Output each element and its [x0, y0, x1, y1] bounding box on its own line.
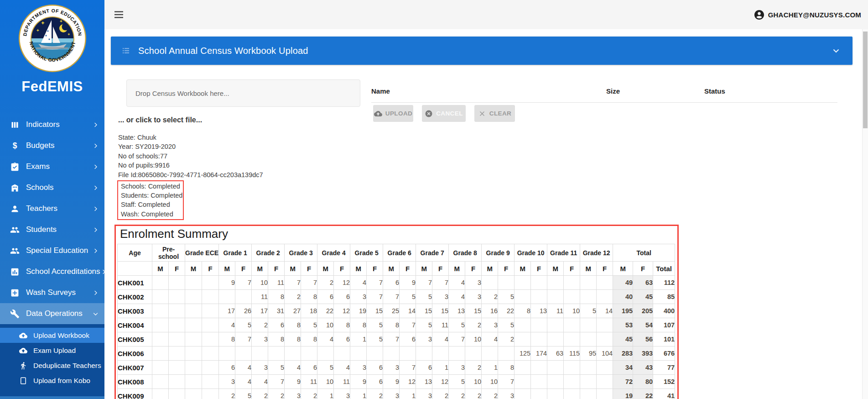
cell: 3: [334, 389, 350, 399]
brand-title: FedEMIS: [0, 79, 104, 95]
cell: [152, 346, 169, 361]
clear-button[interactable]: CLEAR: [474, 105, 515, 122]
cell-total-m: 45: [613, 332, 633, 346]
cell: [152, 389, 169, 399]
sidebar-item-special-education[interactable]: Special Education: [0, 240, 104, 261]
cell: 6: [268, 318, 285, 332]
upload-button[interactable]: UPLOAD: [373, 105, 413, 122]
cancel-button[interactable]: CANCEL: [422, 105, 466, 122]
panel-header[interactable]: School Annual Census Workbook Upload: [111, 37, 852, 65]
cell: 22: [498, 304, 515, 318]
cell: 174: [531, 346, 547, 361]
vertical-scrollbar[interactable]: [862, 29, 868, 399]
cell: 6: [317, 290, 334, 304]
cell: [152, 361, 169, 375]
cell: 4: [449, 290, 465, 304]
sidebar-item-wash-surveys[interactable]: Wash Surveys: [0, 282, 104, 303]
sidebar-item-teachers[interactable]: Teachers: [0, 198, 104, 219]
cell: [169, 290, 185, 304]
cell: [152, 375, 169, 389]
cell: 26: [235, 304, 252, 318]
sidebar-item-exams[interactable]: Exams: [0, 156, 104, 177]
subheader-m: M: [547, 262, 564, 276]
cell: 7: [383, 332, 400, 346]
sidebar-subitem-upload-from-kobo[interactable]: Upload from Kobo: [0, 373, 104, 388]
cell: 7: [367, 290, 383, 304]
cell: 3: [350, 361, 367, 375]
table-row: CHK00197101177212476977434963112: [118, 276, 675, 290]
cell: 63: [547, 346, 564, 361]
subheader-f: F: [169, 262, 185, 276]
sidebar-item-schools[interactable]: Schools: [0, 177, 104, 198]
cell: [185, 375, 202, 389]
subheader-f: F: [301, 262, 317, 276]
cell: [482, 346, 498, 361]
cell: [202, 332, 219, 346]
cell: [564, 332, 580, 346]
cell: 7: [301, 276, 317, 290]
cloud-upload-icon: [19, 331, 27, 340]
dropzone[interactable]: Drop Census Workbook here...: [126, 79, 360, 107]
row-label: CHK003: [118, 304, 152, 318]
cell: 7: [285, 276, 301, 290]
wash-icon: [10, 288, 20, 298]
cell: 2: [268, 389, 285, 399]
user-menu[interactable]: GHACHEY@NUZUSYS.COM: [754, 10, 861, 20]
sidebar-item-budgets[interactable]: $Budgets: [0, 135, 104, 156]
row-label: CHK009: [118, 389, 152, 399]
enrolment-summary-section: Enrolment Summary AgePre-schoolGrade ECE…: [114, 225, 679, 399]
cell: 7: [268, 375, 285, 389]
menu-hamburger-icon[interactable]: [114, 11, 124, 18]
cell-total-m: 19: [613, 389, 633, 399]
cell: 7: [432, 276, 449, 290]
row-label: CHK008: [118, 375, 152, 389]
sidebar-item-school-accreditations[interactable]: School Accreditations: [0, 261, 104, 282]
cell: 10: [317, 375, 334, 389]
cell: 13: [416, 375, 432, 389]
cell: 15: [416, 304, 432, 318]
cell-total: 41: [653, 389, 675, 399]
cell: 5: [367, 318, 383, 332]
cell: 5: [235, 389, 252, 399]
enrolment-title: Enrolment Summary: [120, 227, 228, 241]
teachers-icon: [10, 204, 20, 214]
main-content: School Annual Census Workbook Upload Dro…: [104, 29, 863, 399]
info-file-id: File Id:8065080c-7992-4771-8064-cc203a13…: [118, 170, 263, 179]
sidebar-item-indicators[interactable]: Indicators: [0, 114, 104, 135]
cell: 6: [367, 361, 383, 375]
file-list-divider: [371, 102, 837, 103]
cell: [252, 346, 268, 361]
cell-total-m: 34: [613, 361, 633, 375]
cell: 10: [317, 318, 334, 332]
topbar: GHACHEY@NUZUSYS.COM: [104, 0, 868, 29]
cell: [152, 318, 169, 332]
subheader-f: F: [498, 262, 515, 276]
chevron-down-icon[interactable]: [831, 46, 841, 56]
cell: 3: [285, 389, 301, 399]
cell: 8: [334, 318, 350, 332]
scrollbar-thumb[interactable]: [863, 31, 868, 128]
cell: [597, 361, 613, 375]
cell: 5: [449, 375, 465, 389]
cell: 11: [432, 318, 449, 332]
upload-summary: State: Chuuk Year: SY2019-2020 No of sch…: [118, 133, 263, 179]
sidebar-item-students[interactable]: Students: [0, 219, 104, 240]
cell: 3: [465, 290, 482, 304]
cell-total: 77: [653, 361, 675, 375]
cell: 8: [285, 318, 301, 332]
sidebar-subitem-upload-workbook[interactable]: Upload Workbook: [0, 328, 104, 343]
chevron-right-icon: [92, 163, 99, 170]
cell: [597, 375, 613, 389]
cell: 8: [515, 304, 531, 318]
info-schools: No of schools:77: [118, 152, 263, 161]
cell: [547, 375, 564, 389]
sidebar-item-data-operations[interactable]: Data Operations: [0, 303, 104, 324]
sidebar-subitem-exam-upload[interactable]: Exam Upload: [0, 343, 104, 358]
select-file-text[interactable]: ... or click to select file...: [118, 116, 202, 124]
cell-total-f: 205: [633, 304, 653, 318]
kobo-icon: [19, 377, 27, 385]
sidebar-subitem-deduplicate-teachers[interactable]: Deduplicate Teachers: [0, 358, 104, 373]
cell: [202, 361, 219, 375]
dropzone-text: Drop Census Workbook here...: [135, 89, 229, 97]
cell: 11: [252, 290, 268, 304]
